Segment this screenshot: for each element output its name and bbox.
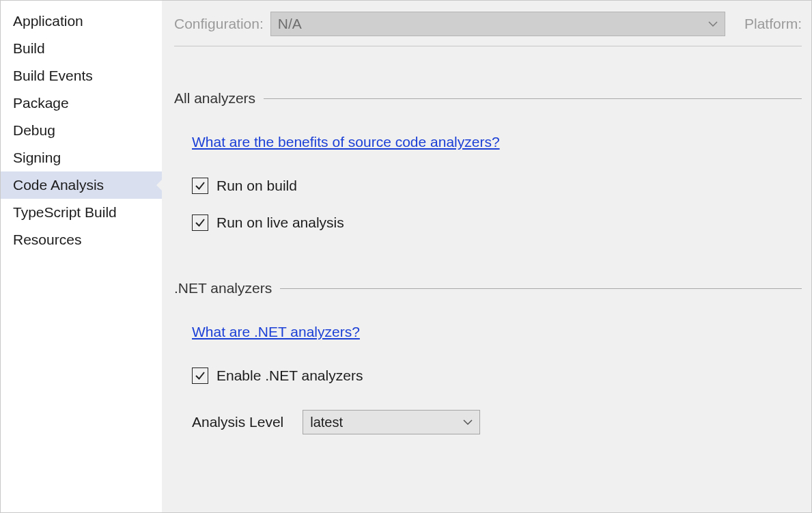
- sidebar-item-label: Application: [13, 13, 83, 29]
- sidebar: Application Build Build Events Package D…: [1, 1, 162, 512]
- section-header: .NET analyzers: [174, 280, 802, 296]
- sidebar-item-label: Signing: [13, 150, 61, 165]
- section-title: All analyzers: [174, 90, 255, 107]
- section-body: What are .NET analyzers? Enable .NET ana…: [174, 296, 802, 434]
- analysis-level-label: Analysis Level: [192, 414, 283, 430]
- sidebar-item-label: Resources: [13, 232, 81, 247]
- sidebar-item-typescript-build[interactable]: TypeScript Build: [1, 199, 162, 226]
- section-net-analyzers: .NET analyzers What are .NET analyzers? …: [174, 280, 802, 434]
- enable-net-analyzers-label: Enable .NET analyzers: [216, 368, 363, 384]
- analysis-level-row: Analysis Level latest: [192, 410, 802, 434]
- section-divider: [280, 288, 802, 289]
- configuration-value: N/A: [278, 16, 302, 32]
- sidebar-item-signing[interactable]: Signing: [1, 144, 162, 171]
- sidebar-item-label: Debug: [13, 122, 55, 138]
- section-body: What are the benefits of source code ana…: [174, 107, 802, 231]
- configuration-label: Configuration:: [174, 16, 264, 32]
- platform-label: Platform:: [744, 16, 802, 32]
- sidebar-item-application[interactable]: Application: [1, 8, 162, 35]
- chevron-down-icon: [708, 21, 718, 27]
- enable-net-analyzers-checkbox[interactable]: [192, 368, 208, 384]
- run-on-build-row: Run on build: [192, 178, 802, 194]
- configuration-row: Configuration: N/A Platform:: [174, 12, 802, 46]
- analysis-level-value: latest: [310, 415, 343, 430]
- sidebar-item-resources[interactable]: Resources: [1, 226, 162, 253]
- sidebar-item-label: TypeScript Build: [13, 204, 117, 220]
- enable-net-analyzers-row: Enable .NET analyzers: [192, 368, 802, 384]
- configuration-select[interactable]: N/A: [270, 12, 725, 36]
- chevron-down-icon: [463, 419, 473, 425]
- help-link-net-analyzers[interactable]: What are .NET analyzers?: [192, 324, 360, 339]
- section-title: .NET analyzers: [174, 280, 272, 296]
- run-on-live-label: Run on live analysis: [216, 214, 344, 231]
- sidebar-item-label: Build: [13, 40, 45, 56]
- sidebar-item-build[interactable]: Build: [1, 35, 162, 62]
- sidebar-item-code-analysis[interactable]: Code Analysis: [1, 171, 162, 199]
- section-header: All analyzers: [174, 90, 802, 107]
- run-on-live-checkbox[interactable]: [192, 214, 208, 231]
- sidebar-item-label: Package: [13, 95, 69, 111]
- sidebar-item-label: Code Analysis: [13, 177, 104, 193]
- analysis-level-select[interactable]: latest: [303, 410, 480, 434]
- run-on-build-checkbox[interactable]: [192, 178, 208, 194]
- section-divider: [264, 98, 802, 99]
- section-all-analyzers: All analyzers What are the benefits of s…: [174, 90, 802, 231]
- sidebar-item-package[interactable]: Package: [1, 89, 162, 117]
- project-properties-window: Application Build Build Events Package D…: [0, 0, 812, 513]
- help-link-source-analyzers[interactable]: What are the benefits of source code ana…: [192, 134, 500, 150]
- sidebar-item-debug[interactable]: Debug: [1, 117, 162, 144]
- sidebar-item-label: Build Events: [13, 68, 93, 83]
- run-on-build-label: Run on build: [216, 178, 297, 194]
- main-panel: Configuration: N/A Platform: All analyze…: [162, 1, 811, 512]
- run-on-live-row: Run on live analysis: [192, 214, 802, 231]
- sidebar-item-build-events[interactable]: Build Events: [1, 62, 162, 89]
